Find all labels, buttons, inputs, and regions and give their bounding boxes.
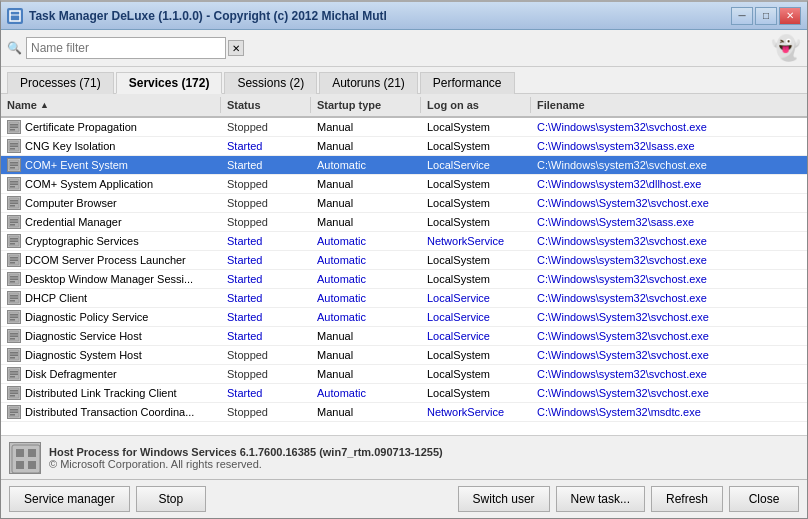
tab-services[interactable]: Services (172) xyxy=(116,72,223,94)
svg-rect-15 xyxy=(10,181,18,183)
table-row[interactable]: Diagnostic Policy Service Started Automa… xyxy=(1,308,807,327)
table-row[interactable]: Cryptographic Services Started Automatic… xyxy=(1,232,807,251)
table-row[interactable]: Disk Defragmenter Stopped Manual LocalSy… xyxy=(1,365,807,384)
table-row[interactable]: DCOM Server Process Launcher Started Aut… xyxy=(1,251,807,270)
svg-rect-44 xyxy=(10,317,18,319)
cell-status: Stopped xyxy=(221,403,311,421)
svg-rect-65 xyxy=(10,414,15,416)
table-row[interactable]: DHCP Client Started Automatic LocalServi… xyxy=(1,289,807,308)
row-icon xyxy=(7,158,21,172)
cell-status: Started xyxy=(221,289,311,307)
status-line1: Host Process for Windows Services 6.1.76… xyxy=(49,446,443,458)
tab-sessions[interactable]: Sessions (2) xyxy=(224,72,317,94)
cell-name: DHCP Client xyxy=(1,289,221,307)
switch-user-button[interactable]: Switch user xyxy=(458,486,550,512)
svg-rect-28 xyxy=(10,241,18,243)
col-logon[interactable]: Log on as xyxy=(421,97,531,113)
minimize-button[interactable]: ─ xyxy=(731,7,753,25)
app-icon xyxy=(7,8,23,24)
col-name[interactable]: Name ▲ xyxy=(1,97,221,113)
tab-performance[interactable]: Performance xyxy=(420,72,515,94)
col-status[interactable]: Status xyxy=(221,97,311,113)
svg-rect-55 xyxy=(10,371,18,373)
table-row[interactable]: Desktop Window Manager Sessi... Started … xyxy=(1,270,807,289)
svg-rect-33 xyxy=(10,262,15,264)
refresh-button[interactable]: Refresh xyxy=(651,486,723,512)
cell-filename: C:\Windows\System32\svchost.exe xyxy=(531,346,807,364)
cell-name: Diagnostic System Host xyxy=(1,346,221,364)
svg-rect-59 xyxy=(10,390,18,392)
table-body: Certificate Propagation Stopped Manual L… xyxy=(1,118,807,435)
cell-status: Stopped xyxy=(221,346,311,364)
name-filter-input[interactable] xyxy=(26,37,226,59)
svg-rect-36 xyxy=(10,279,18,281)
table-row[interactable]: Distributed Transaction Coordina... Stop… xyxy=(1,403,807,422)
cell-filename: C:\Windows\system32\svchost.exe xyxy=(531,156,807,174)
cell-name: Desktop Window Manager Sessi... xyxy=(1,270,221,288)
table-header: Name ▲ Status Startup type Log on as Fil… xyxy=(1,94,807,118)
table-row[interactable]: Computer Browser Stopped Manual LocalSys… xyxy=(1,194,807,213)
table-row[interactable]: Diagnostic Service Host Started Manual L… xyxy=(1,327,807,346)
tab-autoruns[interactable]: Autoruns (21) xyxy=(319,72,418,94)
svg-rect-13 xyxy=(10,167,15,169)
row-icon xyxy=(7,215,21,229)
table-row[interactable]: Credential Manager Stopped Manual LocalS… xyxy=(1,213,807,232)
table-row[interactable]: Distributed Link Tracking Client Started… xyxy=(1,384,807,403)
row-icon xyxy=(7,139,21,153)
cell-startup: Automatic xyxy=(311,308,421,326)
cell-filename: C:\Windows\system32\svchost.exe xyxy=(531,118,807,136)
svg-rect-17 xyxy=(10,186,15,188)
window-controls: ─ □ ✕ xyxy=(731,7,801,25)
cell-name: Distributed Link Tracking Client xyxy=(1,384,221,402)
table-row[interactable]: COM+ Event System Started Automatic Loca… xyxy=(1,156,807,175)
cell-logon: LocalService xyxy=(421,327,531,345)
cell-status: Stopped xyxy=(221,118,311,136)
new-task-button[interactable]: New task... xyxy=(556,486,645,512)
stop-button[interactable]: Stop xyxy=(136,486,206,512)
svg-rect-20 xyxy=(10,203,18,205)
cell-logon: LocalSystem xyxy=(421,118,531,136)
cell-startup: Manual xyxy=(311,194,421,212)
bottom-bar: Service manager Stop Switch user New tas… xyxy=(1,479,807,518)
cell-logon: NetworkService xyxy=(421,232,531,250)
cell-logon: LocalSystem xyxy=(421,175,531,193)
cell-name: Computer Browser xyxy=(1,194,221,212)
col-startup[interactable]: Startup type xyxy=(311,97,421,113)
maximize-button[interactable]: □ xyxy=(755,7,777,25)
cell-filename: C:\Windows\system32\svchost.exe xyxy=(531,232,807,250)
svg-rect-64 xyxy=(10,412,18,414)
cell-startup: Manual xyxy=(311,213,421,231)
cell-startup: Automatic xyxy=(311,289,421,307)
cell-logon: LocalService xyxy=(421,156,531,174)
title-bar: Task Manager DeLuxe (1.1.0.0) - Copyrigh… xyxy=(1,2,807,30)
row-icon xyxy=(7,120,21,134)
status-icon xyxy=(9,442,41,474)
cell-startup: Manual xyxy=(311,137,421,155)
service-manager-button[interactable]: Service manager xyxy=(9,486,130,512)
cell-filename: C:\Windows\System32\svchost.exe xyxy=(531,384,807,402)
filter-clear-button[interactable]: ✕ xyxy=(228,40,244,56)
tab-processes[interactable]: Processes (71) xyxy=(7,72,114,94)
table-row[interactable]: CNG Key Isolation Started Manual LocalSy… xyxy=(1,137,807,156)
close-button[interactable]: Close xyxy=(729,486,799,512)
svg-rect-0 xyxy=(10,11,20,21)
ghost-icon: 👻 xyxy=(771,34,801,62)
table-row[interactable]: Diagnostic System Host Stopped Manual Lo… xyxy=(1,346,807,365)
table-row[interactable]: COM+ System Application Stopped Manual L… xyxy=(1,175,807,194)
row-icon xyxy=(7,177,21,191)
cell-logon: LocalSystem xyxy=(421,137,531,155)
svg-rect-61 xyxy=(10,395,15,397)
col-filename[interactable]: Filename xyxy=(531,97,807,113)
row-icon xyxy=(7,253,21,267)
cell-logon: NetworkService xyxy=(421,403,531,421)
svg-rect-32 xyxy=(10,260,18,262)
svg-rect-7 xyxy=(10,143,18,145)
table-row[interactable]: Certificate Propagation Stopped Manual L… xyxy=(1,118,807,137)
cell-logon: LocalSystem xyxy=(421,213,531,231)
svg-rect-51 xyxy=(10,352,18,354)
cell-startup: Automatic xyxy=(311,251,421,269)
svg-rect-11 xyxy=(10,162,18,164)
close-window-button[interactable]: ✕ xyxy=(779,7,801,25)
cell-status: Started xyxy=(221,384,311,402)
cell-filename: C:\Windows\System32\msdtc.exe xyxy=(531,403,807,421)
